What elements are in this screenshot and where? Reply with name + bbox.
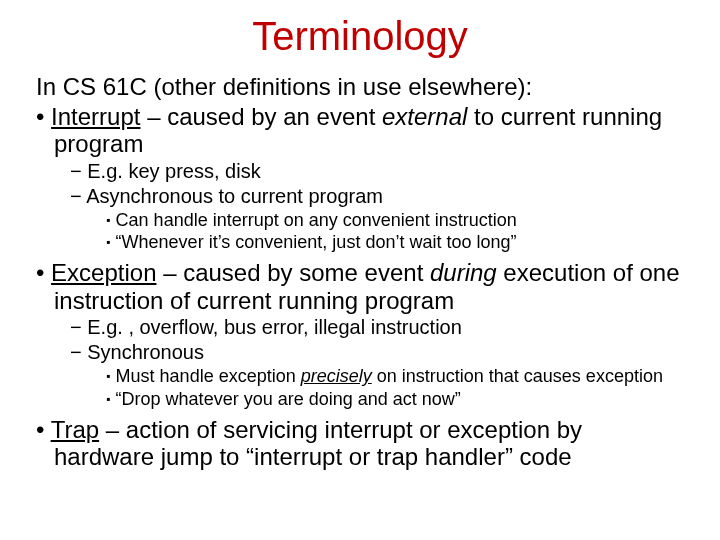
interrupt-sub-keypress: E.g. key press, disk [36, 160, 684, 183]
interrupt-sub-async: Asynchronous to current program [36, 185, 684, 208]
exception-sub-sync-a-pre: Must handle exception [116, 366, 301, 386]
term-trap: Trap [51, 416, 99, 443]
exception-pre: – caused by some event [156, 259, 430, 286]
exception-em: during [430, 259, 497, 286]
bullet-exception: Exception – caused by some event during … [36, 259, 684, 314]
exception-sub-sync-b: “Drop whatever you are doing and act now… [36, 389, 684, 410]
interrupt-pre: – caused by an event [140, 103, 382, 130]
exception-sub-sync-a-em: precisely [301, 366, 372, 386]
slide: Terminology In CS 61C (other definitions… [0, 0, 720, 540]
exception-sub-examples: E.g. , overflow, bus error, illegal inst… [36, 316, 684, 339]
term-exception: Exception [51, 259, 156, 286]
interrupt-sub-async-a: Can handle interrupt on any convenient i… [36, 210, 684, 231]
interrupt-em: external [382, 103, 467, 130]
trap-rest: – action of servicing interrupt or excep… [54, 416, 582, 471]
slide-title: Terminology [36, 14, 684, 59]
exception-sub-sync-a: Must handle exception precisely on instr… [36, 366, 684, 387]
interrupt-sub-async-b: “Whenever it’s convenient, just don’t wa… [36, 232, 684, 253]
intro-text: In CS 61C (other definitions in use else… [36, 73, 684, 101]
bullet-trap: Trap – action of servicing interrupt or … [36, 416, 684, 471]
exception-sub-sync: Synchronous [36, 341, 684, 364]
exception-sub-sync-a-post: on instruction that causes exception [372, 366, 663, 386]
bullet-interrupt: Interrupt – caused by an event external … [36, 103, 684, 158]
term-interrupt: Interrupt [51, 103, 140, 130]
